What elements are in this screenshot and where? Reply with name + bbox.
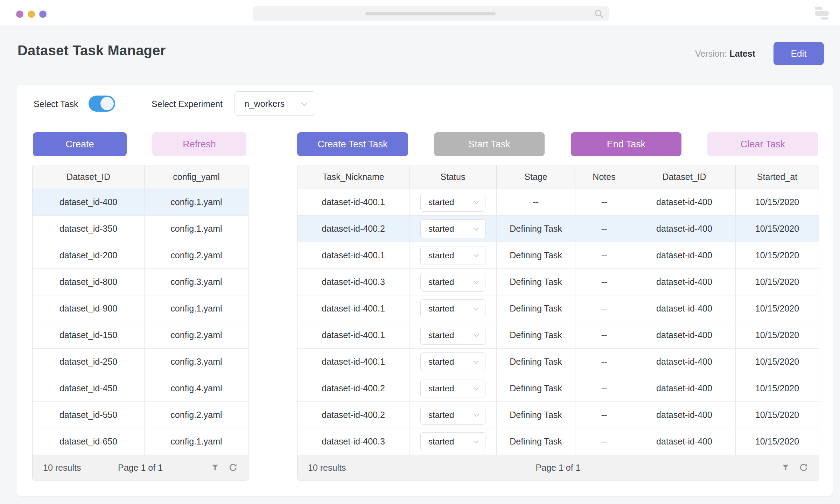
notes-cell: -- bbox=[575, 375, 633, 401]
stage-cell: Defining Task bbox=[497, 375, 575, 401]
table-row[interactable]: dataset_id-250config.3.yaml bbox=[33, 349, 248, 375]
chevron-down-icon bbox=[474, 252, 479, 257]
dataset-id-cell: dataset-id-400 bbox=[633, 269, 736, 295]
filter-icon[interactable] bbox=[211, 463, 219, 472]
table-row[interactable]: dataset-id-400.2startedDefining Task--da… bbox=[298, 402, 819, 428]
search-icon[interactable] bbox=[594, 8, 604, 19]
status-select[interactable]: started bbox=[420, 273, 485, 292]
started-at-cell: 10/15/2020 bbox=[736, 295, 819, 322]
search-placeholder-line bbox=[365, 12, 496, 15]
table-row[interactable]: dataset-id-400.1startedDefining Task--da… bbox=[298, 322, 819, 349]
notes-cell: -- bbox=[575, 349, 633, 375]
refresh-icon[interactable] bbox=[229, 463, 238, 472]
browser-search-bar[interactable] bbox=[253, 6, 609, 21]
menu-bar-middle bbox=[815, 11, 829, 16]
refresh-button[interactable]: Refresh bbox=[152, 132, 246, 156]
chevron-down-icon bbox=[474, 305, 479, 310]
create-button[interactable]: Create bbox=[33, 132, 127, 156]
notes-cell: -- bbox=[575, 402, 633, 428]
column-header-status[interactable]: Status bbox=[410, 165, 497, 189]
version-label: Version: bbox=[695, 49, 727, 58]
edit-button[interactable]: Edit bbox=[774, 42, 824, 65]
window-dot-violet[interactable] bbox=[39, 10, 47, 18]
column-header-dataset-id[interactable]: Dataset_ID bbox=[633, 165, 736, 189]
started-at-cell: 10/15/2020 bbox=[736, 189, 819, 215]
chevron-down-icon bbox=[474, 358, 479, 363]
table-row[interactable]: dataset_id-400config.1.yaml bbox=[33, 189, 248, 216]
end-task-button[interactable]: End Task bbox=[571, 132, 681, 156]
dataset-id-cell: dataset_id-350 bbox=[33, 216, 145, 242]
status-select[interactable]: started bbox=[420, 432, 485, 451]
task-nickname-cell: dataset-id-400.1 bbox=[298, 322, 410, 348]
experiment-select[interactable]: n_workers bbox=[234, 91, 316, 116]
table-row[interactable]: dataset-id-400.3startedDefining Task--da… bbox=[298, 269, 819, 295]
table-row[interactable]: dataset-id-400.2startedDefining Task--da… bbox=[298, 375, 819, 402]
config-yaml-cell: config.1.yaml bbox=[145, 216, 248, 242]
status-select-value: started bbox=[428, 410, 454, 420]
status-cell: started bbox=[410, 242, 497, 268]
config-yaml-cell: config.2.yaml bbox=[145, 242, 248, 268]
started-at-cell: 10/15/2020 bbox=[736, 349, 819, 375]
tasks-table-body: dataset-id-400.1started----dataset-id-40… bbox=[298, 189, 819, 455]
table-row[interactable]: dataset_id-650config.1.yaml bbox=[33, 428, 248, 455]
status-select-value: started bbox=[428, 384, 454, 393]
column-header-dataset-id[interactable]: Dataset_ID bbox=[33, 165, 145, 189]
table-row[interactable]: dataset-id-400.1startedDefining Task--da… bbox=[298, 295, 819, 322]
started-at-cell: 10/15/2020 bbox=[736, 375, 819, 401]
stage-cell: Defining Task bbox=[497, 428, 575, 455]
table-row[interactable]: dataset_id-800config.3.yaml bbox=[33, 269, 248, 295]
table-row[interactable]: dataset-id-400.1startedDefining Task--da… bbox=[298, 242, 819, 269]
table-row[interactable]: dataset_id-450config.4.yaml bbox=[33, 375, 248, 402]
table-row[interactable]: dataset_id-550config.2.yaml bbox=[33, 402, 248, 428]
column-header-started-at[interactable]: Started_at bbox=[736, 165, 819, 189]
tasks-table: Task_Nickname Status Stage Notes Dataset… bbox=[297, 165, 819, 481]
notes-cell: -- bbox=[575, 295, 633, 322]
column-header-notes[interactable]: Notes bbox=[575, 165, 633, 189]
window-menu-icon[interactable] bbox=[815, 7, 830, 19]
window-dot-purple[interactable] bbox=[16, 10, 23, 18]
page-indicator: Page 1 of 1 bbox=[536, 463, 581, 473]
notes-cell: -- bbox=[575, 242, 633, 268]
status-select[interactable]: started bbox=[420, 219, 485, 238]
table-row[interactable]: dataset-id-400.1started----dataset-id-40… bbox=[298, 189, 819, 216]
chevron-down-icon bbox=[474, 225, 479, 230]
status-select[interactable]: started bbox=[420, 193, 485, 212]
status-select[interactable]: started bbox=[420, 326, 485, 345]
status-select[interactable]: started bbox=[420, 352, 485, 371]
status-select[interactable]: started bbox=[420, 406, 485, 425]
started-at-cell: 10/15/2020 bbox=[736, 428, 819, 455]
table-row[interactable]: dataset_id-900config.1.yaml bbox=[33, 295, 248, 322]
chevron-down-icon bbox=[474, 199, 479, 204]
column-header-stage[interactable]: Stage bbox=[497, 165, 575, 189]
table-row[interactable]: dataset-id-400.1startedDefining Task--da… bbox=[298, 349, 819, 375]
select-task-toggle[interactable] bbox=[89, 96, 115, 112]
table-row[interactable]: dataset-id-400.2startedDefining Task--da… bbox=[298, 216, 819, 242]
column-header-task-nickname[interactable]: Task_Nickname bbox=[298, 165, 410, 189]
start-task-button[interactable]: Start Task bbox=[434, 132, 545, 156]
table-row[interactable]: dataset_id-200config.2.yaml bbox=[33, 242, 248, 269]
create-test-task-button[interactable]: Create Test Task bbox=[297, 132, 408, 156]
table-row[interactable]: dataset_id-350config.1.yaml bbox=[33, 216, 248, 242]
dataset-id-cell: dataset_id-800 bbox=[33, 269, 145, 295]
table-row[interactable]: dataset_id-150config.2.yaml bbox=[33, 322, 248, 349]
status-select[interactable]: started bbox=[420, 299, 485, 318]
status-cell: started bbox=[410, 216, 497, 242]
config-yaml-cell: config.1.yaml bbox=[145, 295, 248, 322]
status-select-value: started bbox=[428, 437, 454, 447]
datasets-table-body: dataset_id-400config.1.yamldataset_id-35… bbox=[33, 189, 248, 455]
refresh-icon[interactable] bbox=[799, 463, 808, 472]
filter-icon[interactable] bbox=[781, 463, 790, 472]
clear-task-button[interactable]: Clear Task bbox=[707, 132, 818, 156]
status-select[interactable]: started bbox=[420, 379, 485, 398]
status-select-value: started bbox=[428, 251, 454, 260]
chevron-down-icon bbox=[474, 279, 479, 284]
chevron-down-icon bbox=[474, 385, 479, 390]
stage-cell: Defining Task bbox=[497, 216, 575, 242]
table-row[interactable]: dataset-id-400.3startedDefining Task--da… bbox=[298, 428, 819, 455]
started-at-cell: 10/15/2020 bbox=[736, 269, 819, 295]
column-header-config-yaml[interactable]: config_yaml bbox=[145, 165, 248, 189]
window-dot-gold[interactable] bbox=[28, 10, 35, 18]
notes-cell: -- bbox=[575, 216, 633, 242]
stage-cell: Defining Task bbox=[497, 269, 575, 295]
status-select[interactable]: started bbox=[420, 246, 485, 265]
